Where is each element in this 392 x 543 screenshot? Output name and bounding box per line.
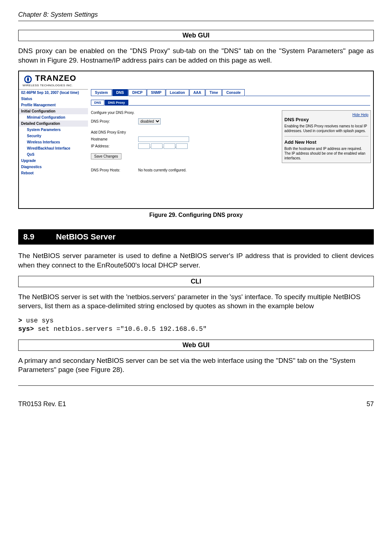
hide-help-link[interactable]: Hide Help [352,113,368,117]
cli-cmd-2: set netbios.servers ="10.6.0.5 192.168.6… [34,325,207,333]
section-title: NetBIOS Server [56,232,116,242]
hosts-value: No hosts currently configured. [138,168,187,172]
tab-location[interactable]: Location [166,89,189,96]
paragraph-4: A primary and secondary NetBIOS server c… [18,356,374,374]
help-body-1: Enabling the DNS Proxy resolves names to… [284,124,368,133]
sidebar-security[interactable]: Security [19,133,88,139]
cli-prompt-1: > [18,317,22,324]
help-body-2: Both the hostname and IP address are req… [284,146,368,160]
header-rule [18,21,374,21]
sidebar-minimal[interactable]: Minimal Configuration [19,114,88,120]
sidebar-wireless[interactable]: Wireless Interfaces [19,139,88,145]
sidebar-reboot[interactable]: Reboot [19,170,88,176]
help-title-2: Add New Host [284,139,368,145]
figure-caption: Figure 29. Configuring DNS proxy [18,212,374,218]
section-heading: 8.9 NetBIOS Server [18,229,374,245]
ip-octet-1[interactable] [138,143,150,149]
sidebar: 02:46PM Sep 10, 2007 (local time) Status… [19,89,88,206]
sidebar-status[interactable]: Status [19,96,88,102]
subtab-row: DNS DNS Proxy [91,100,370,106]
ip-octet-2[interactable] [151,143,163,149]
footer-left: TR0153 Rev. E1 [18,400,66,408]
main-panel: System DNS DHCP SNMP Location AAA Time C… [88,89,373,206]
footer-page-number: 57 [367,400,374,408]
paragraph-2: The NetBIOS server parameter is used to … [18,251,374,270]
help-title-1: DNS Proxy [284,117,368,122]
sidebar-qos[interactable]: QoS [19,151,88,158]
tab-row: System DNS DHCP SNMP Location AAA Time C… [91,89,370,96]
tab-system[interactable]: System [91,89,112,96]
logo-text: TRANZEO [35,74,76,83]
tab-aaa[interactable]: AAA [189,89,205,96]
logo-subtext: WIRELESS TECHNOLOGIES INC. [23,84,369,87]
subtab-dns-proxy[interactable]: DNS Proxy [105,100,128,106]
footer-rule [18,385,374,386]
logo-icon [23,75,33,84]
help-panel: Hide Help DNS Proxy Enabling the DNS Pro… [282,110,371,163]
ip-octet-3[interactable] [164,143,175,149]
sidebar-detailed-config: Detailed Configuration [19,120,88,127]
dns-proxy-select[interactable]: disabled [138,118,161,124]
hostname-label: Hostname [91,137,138,141]
ip-octet-4[interactable] [176,143,188,149]
ip-label: IP Address: [91,144,138,148]
web-gui-box-2: Web GUI [18,340,374,351]
hosts-label: DNS Proxy Hosts: [91,168,138,172]
tab-dns[interactable]: DNS [112,89,128,96]
section-number: 8.9 [23,232,56,242]
page-footer: TR0153 Rev. E1 57 [18,400,374,408]
cli-example: > use sys sys> set netbios.servers ="10.… [18,317,374,334]
sidebar-initial-config: Initial Configuration [19,108,88,114]
sidebar-upgrade[interactable]: Upgrade [19,158,88,164]
logo-area: TRANZEO WIRELESS TECHNOLOGIES INC. [19,71,373,89]
tab-time[interactable]: Time [205,89,222,96]
sidebar-diagnostics[interactable]: Diagnostics [19,164,88,170]
subtab-dns[interactable]: DNS [91,100,104,106]
figure-29-screenshot: TRANZEO WIRELESS TECHNOLOGIES INC. 02:46… [18,71,374,209]
dns-proxy-label: DNS Proxy: [91,119,138,123]
sidebar-sysparams[interactable]: System Parameters [19,127,88,133]
save-changes-button[interactable]: Save Changes [91,153,121,159]
cli-cmd-1: use sys [22,317,53,324]
cli-prompt-2: sys> [18,325,34,333]
chapter-header: Chapter 8: System Settings [18,11,374,19]
tab-dhcp[interactable]: DHCP [128,89,147,96]
hostname-input[interactable] [138,136,189,142]
sidebar-time: 02:46PM Sep 10, 2007 (local time) [19,90,88,96]
web-gui-box-1: Web GUI [18,30,374,41]
sidebar-profile[interactable]: Profile Management [19,102,88,108]
paragraph-3: The NetBIOS server is set with the 'netb… [18,292,374,311]
paragraph-1: DNS proxy can be enabled on the "DNS Pro… [18,46,374,65]
cli-box: CLI [18,276,374,287]
tab-console[interactable]: Console [222,89,244,96]
tab-snmp[interactable]: SNMP [147,89,165,96]
sidebar-wired[interactable]: Wired/Backhaul Interface [19,145,88,151]
help-divider [284,136,368,136]
